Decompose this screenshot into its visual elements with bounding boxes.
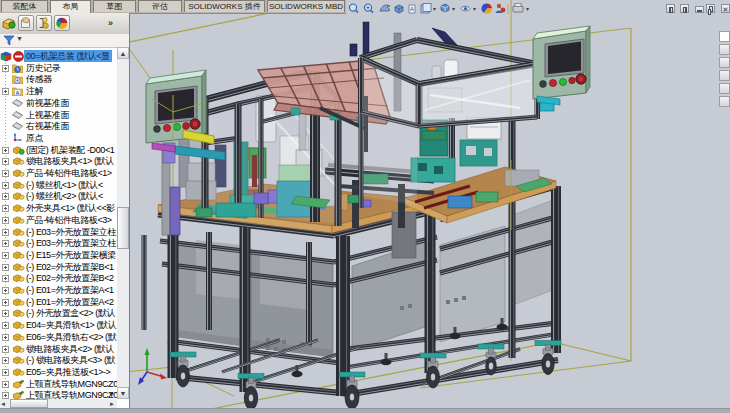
svg-text:▾: ▾	[433, 6, 436, 12]
svg-text:A: A	[410, 6, 414, 12]
svg-text:▾: ▾	[473, 6, 476, 12]
svg-text:A: A	[16, 90, 20, 96]
svg-text:▾: ▾	[526, 6, 529, 12]
svg-text:▾: ▾	[452, 6, 455, 12]
